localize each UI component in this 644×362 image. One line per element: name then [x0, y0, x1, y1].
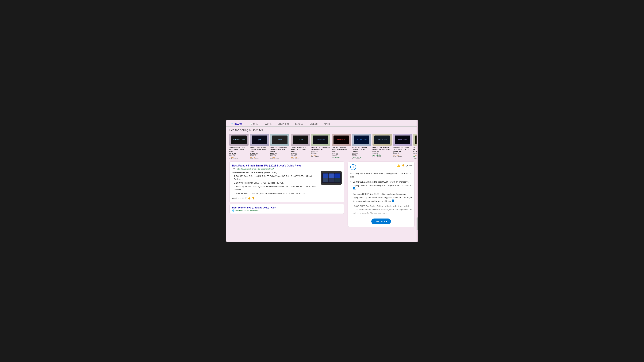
list-item[interactable]: QLEDSAMSUNG Samsung - 65" Class Q70A Ser… [393, 134, 412, 160]
helpful-label: Was this helpful? [232, 197, 246, 199]
article-subtitle-1: The Best 65 Inch TVs, Ranked (Updated 20… [232, 171, 319, 173]
products-scroll: SAMSUNGCrystal UHD Samsung - 65" Class 8… [226, 133, 418, 162]
main-content: Best Rated 65 Inch Smart TVs | 2023 Buye… [226, 162, 418, 230]
list-item[interactable]: ONN.QLED ROKU Onn. 65 Qled 4K UHD (2160P… [372, 134, 392, 160]
tab-images[interactable]: IMAGES [294, 122, 305, 126]
right-column: ✦ 👍 👎 ↗ ••• According to the web, some o… [348, 162, 415, 227]
see-more-button[interactable]: See more ▾ [371, 219, 391, 224]
list-item: 1. TCL 65" Class 6-Series 4K UHD QLED Do… [234, 175, 319, 181]
cbr-title[interactable]: Best 65 Inch TVs (Updated 2022) - CBR [232, 206, 342, 209]
scrollbar-thumb[interactable] [416, 217, 418, 230]
ai-list-item: LG C2 OLED, which is the best OLED TV wi… [350, 180, 412, 191]
list-item[interactable]: PHILIPSGoogle TV Philips 65" Class 4K Ul… [352, 134, 371, 160]
cbr-url: 🌐 www.cbr.com/best-65-inch-tvs/ [232, 209, 342, 212]
search-icon: 🔍 [231, 123, 234, 125]
ai-actions: 👍 👎 ↗ ••• [397, 164, 412, 167]
article-thumbnail-1 [321, 171, 342, 185]
tab-videos[interactable]: VIDEOS [308, 122, 319, 126]
tab-chat[interactable]: 💬 CHAT [248, 122, 260, 126]
ai-panel: ✦ 👍 👎 ↗ ••• According to the web, some o… [348, 162, 415, 227]
helpful-no-button[interactable]: 👎 [252, 197, 254, 200]
list-item[interactable]: LG UHD LG - 65" Class UQ75 Series LED 4K… [291, 134, 310, 160]
list-item[interactable]: SONY Sony - 65" Class X80K Series LED 4K… [270, 134, 290, 160]
article-list-1: 1. TCL 65" Class 6-Series 4K UHD QLED Do… [232, 175, 319, 195]
helpful-row: Was this helpful? 👍 👎 [232, 197, 342, 200]
thumbs-up-button[interactable]: 👍 [397, 164, 400, 167]
article-card-cbr: Best 65 Inch TVs (Updated 2022) - CBR 🌐 … [229, 204, 344, 214]
list-item[interactable]: SAMSUNGCrystal UHD Samsung - 65" Class 8… [229, 134, 248, 160]
fade-overlay [350, 210, 412, 217]
section-title: See top selling 65-inch tvs [226, 127, 418, 133]
ai-list-item: Samsung QN90A Neo QLED, which combines S… [350, 192, 412, 203]
more-options-button[interactable]: ••• [409, 164, 412, 167]
article-text-1: The Best 65 Inch TVs, Ranked (Updated 20… [232, 171, 319, 196]
ad-label: Ad [232, 168, 235, 170]
scrollbar-track[interactable] [416, 120, 418, 242]
list-item[interactable]: VIZIO4K QLED Vizio 65" Class M6 Series 4… [332, 134, 351, 160]
tab-search[interactable]: 🔍 SEARCH [229, 122, 245, 126]
article-title-1[interactable]: Best Rated 65 Inch Smart TVs | 2023 Buye… [232, 164, 342, 167]
ai-list: LG C2 OLED, which is the best OLED TV wi… [350, 180, 412, 215]
article-card-1: Best Rated 65 Inch Smart TVs | 2023 Buye… [229, 162, 344, 202]
tab-work[interactable]: WORK [264, 122, 273, 126]
ai-intro-text: According to the web, some of the top se… [350, 172, 412, 179]
list-item: 4. Hisense 65-Inch Class H8 Quantum Seri… [234, 192, 319, 195]
tab-maps[interactable]: MAPS [322, 122, 332, 126]
thumbs-down-button[interactable]: 👎 [402, 164, 404, 167]
list-item: 2. LG C9 Series Smart OLED TV 9.20 / 10 … [234, 181, 319, 185]
ai-panel-header: ✦ 👍 👎 ↗ ••• [350, 164, 412, 170]
bing-ai-icon: ✦ [350, 164, 356, 170]
article-body-1: The Best 65 Inch TVs, Ranked (Updated 20… [232, 171, 342, 196]
dropdown-icon[interactable]: ▾ [273, 168, 274, 170]
left-column: Best Rated 65 Inch Smart TVs | 2023 Buye… [229, 162, 344, 227]
nav-tabs: 🔍 SEARCH 💬 CHAT WORK SHOPPING IMAGES VID… [226, 120, 418, 127]
list-item[interactable]: QLED Samsung - 65" Class Q80B QLED 4K Sm… [250, 134, 269, 160]
article-url-1: Ad https://buyersguide.org/top-10-guide/… [232, 168, 342, 170]
share-button[interactable]: ↗ [406, 164, 408, 167]
tab-shopping[interactable]: SHOPPING [276, 122, 290, 126]
chat-icon: 💬 [250, 123, 252, 125]
list-item: 3. Samsung 65-Inch Class Crystal UHD TU-… [234, 185, 319, 191]
list-item[interactable]: HisenseMINI-LED Hisense - 65" Class U8H … [311, 134, 330, 160]
helpful-yes-button[interactable]: 👍 [248, 197, 250, 200]
